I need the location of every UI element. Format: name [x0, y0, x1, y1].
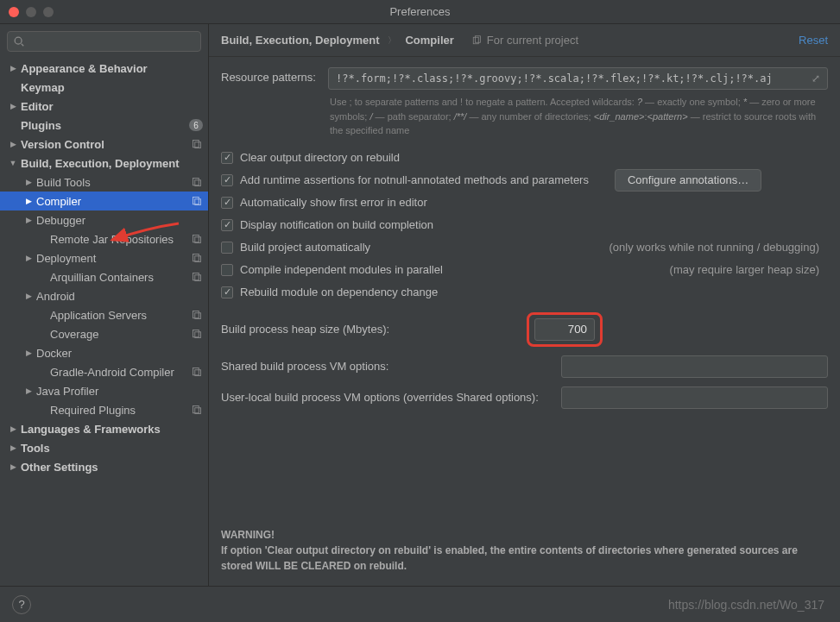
chevron-right-icon: ▶ [24, 386, 33, 395]
sidebar-item-label: Application Servers [50, 309, 191, 322]
rebuild-dep-checkbox[interactable] [221, 286, 233, 298]
sidebar-item-label: Gradle-Android Compiler [50, 366, 191, 379]
show-first-error-checkbox[interactable] [221, 197, 233, 209]
close-icon[interactable] [9, 7, 19, 17]
svg-rect-10 [193, 254, 199, 261]
svg-line-1 [22, 44, 24, 47]
svg-rect-8 [193, 236, 199, 242]
chevron-right-icon: ▶ [24, 197, 33, 205]
breadcrumb-leaf: Compiler [405, 34, 453, 47]
build-notification-checkbox[interactable] [221, 219, 233, 231]
settings-tree[interactable]: ▶Appearance & BehaviorKeymap▶EditorPlugi… [0, 59, 208, 586]
sidebar-item-debugger[interactable]: ▶Debugger [0, 210, 208, 229]
chevron-right-icon: ▶ [9, 102, 17, 110]
expand-icon[interactable]: ⤢ [812, 72, 820, 85]
maximize-icon[interactable] [43, 7, 54, 17]
sidebar-item-appearance-behavior[interactable]: ▶Appearance & Behavior [0, 59, 208, 78]
sidebar-item-application-servers[interactable]: Application Servers [0, 305, 208, 324]
sidebar-item-tools[interactable]: ▶Tools [0, 438, 208, 457]
configure-annotations-button[interactable]: Configure annotations… [615, 169, 761, 192]
reset-link[interactable]: Reset [799, 34, 828, 47]
scope-label: For current project [471, 34, 578, 47]
sidebar-item-gradle-android-compiler[interactable]: Gradle-Android Compiler [0, 362, 208, 381]
chevron-right-icon: ▶ [9, 424, 17, 433]
compile-parallel-label: Compile independent modules in parallel [240, 263, 443, 276]
sidebar-item-android[interactable]: ▶Android [0, 286, 208, 305]
badge: 6 [189, 119, 203, 131]
sidebar-item-arquillian-containers[interactable]: Arquillian Containers [0, 267, 208, 286]
sidebar-item-label: Build Tools [36, 176, 191, 189]
resource-patterns-label: Resource patterns: [221, 67, 318, 84]
sidebar-item-plugins[interactable]: Plugins6 [0, 116, 208, 135]
sidebar-item-label: Keymap [21, 81, 203, 94]
chevron-right-icon: ▶ [9, 462, 17, 471]
sidebar-item-label: Deployment [36, 252, 191, 265]
heap-highlight [527, 312, 603, 347]
sidebar-item-editor[interactable]: ▶Editor [0, 97, 208, 116]
shared-vm-label: Shared build process VM options: [221, 360, 549, 373]
project-scope-icon [191, 195, 203, 207]
svg-rect-14 [193, 311, 199, 318]
chevron-right-icon: ▶ [24, 254, 33, 262]
compile-parallel-checkbox[interactable] [221, 264, 233, 276]
project-scope-icon [191, 176, 203, 188]
sidebar-item-languages-frameworks[interactable]: ▶Languages & Frameworks [0, 419, 208, 438]
show-first-error-label: Automatically show first error in editor [240, 196, 427, 209]
sidebar-item-label: Other Settings [21, 461, 203, 474]
sidebar-item-remote-jar-repositories[interactable]: Remote Jar Repositories [0, 229, 208, 248]
project-scope-icon [191, 271, 203, 283]
sidebar-item-other-settings[interactable]: ▶Other Settings [0, 457, 208, 476]
sidebar-item-required-plugins[interactable]: Required Plugins [0, 400, 208, 419]
minimize-icon[interactable] [26, 7, 36, 17]
clear-output-checkbox[interactable] [221, 152, 233, 164]
sidebar-item-build-execution-deployment[interactable]: ▼Build, Execution, Deployment [0, 154, 208, 173]
sidebar-item-compiler[interactable]: ▶Compiler [0, 192, 208, 210]
window-controls [0, 7, 54, 17]
resource-patterns-input[interactable]: !?*.form;!?*.class;!?*.groovy;!?*.scala;… [328, 67, 828, 90]
sidebar-item-label: Languages & Frameworks [21, 423, 203, 436]
userlocal-vm-label: User-local build process VM options (ove… [221, 391, 549, 404]
runtime-assertions-checkbox[interactable] [221, 174, 233, 186]
chevron-right-icon: ▶ [24, 178, 33, 186]
sidebar-item-label: Remote Jar Repositories [50, 233, 191, 246]
search-input[interactable] [7, 31, 201, 52]
project-scope-icon [191, 328, 203, 340]
sidebar-item-label: Android [36, 290, 203, 303]
svg-rect-6 [193, 198, 199, 204]
clear-output-label: Clear output directory on rebuild [240, 151, 400, 164]
sidebar-item-coverage[interactable]: Coverage [0, 324, 208, 343]
sidebar-item-docker[interactable]: ▶Docker [0, 343, 208, 362]
svg-point-0 [15, 37, 22, 44]
search-icon [13, 35, 25, 47]
sidebar-item-label: Editor [21, 100, 203, 113]
heap-size-label: Build process heap size (Mbytes): [221, 323, 515, 336]
watermark-text: https://blog.csdn.net/Wo_317 [668, 598, 824, 612]
heap-size-input[interactable] [534, 318, 595, 341]
runtime-assertions-label: Add runtime assertions for notnull-annot… [240, 173, 589, 186]
sidebar-item-deployment[interactable]: ▶Deployment [0, 248, 208, 267]
shared-vm-input[interactable] [561, 355, 828, 378]
breadcrumb-root[interactable]: Build, Execution, Deployment [221, 34, 379, 47]
svg-rect-20 [193, 406, 199, 413]
sidebar-item-keymap[interactable]: Keymap [0, 78, 208, 97]
copy-icon [471, 35, 482, 46]
sidebar-item-label: Required Plugins [50, 404, 191, 417]
project-scope-icon [191, 252, 203, 264]
userlocal-vm-input[interactable] [561, 386, 828, 409]
rebuild-dep-label: Rebuild module on dependency change [240, 286, 438, 298]
build-auto-checkbox[interactable] [221, 242, 233, 254]
sidebar-item-build-tools[interactable]: ▶Build Tools [0, 173, 208, 192]
resource-hint: Use ; to separate patterns and ! to nega… [330, 95, 828, 138]
project-scope-icon [191, 404, 203, 416]
chevron-right-icon: ▶ [9, 140, 17, 148]
sidebar-item-version-control[interactable]: ▶Version Control [0, 135, 208, 154]
svg-rect-18 [193, 368, 199, 375]
warning-block: WARNING! If option 'Clear output directo… [209, 520, 840, 586]
dialog-footer: ? https://blog.csdn.net/Wo_317 [0, 586, 840, 622]
sidebar-item-java-profiler[interactable]: ▶Java Profiler [0, 381, 208, 400]
build-auto-note: (only works while not running / debuggin… [609, 241, 828, 254]
sidebar-item-label: Coverage [50, 328, 191, 341]
help-button[interactable]: ? [12, 595, 31, 614]
chevron-right-icon: ▶ [9, 64, 17, 72]
chevron-down-icon: ▼ [9, 159, 17, 167]
